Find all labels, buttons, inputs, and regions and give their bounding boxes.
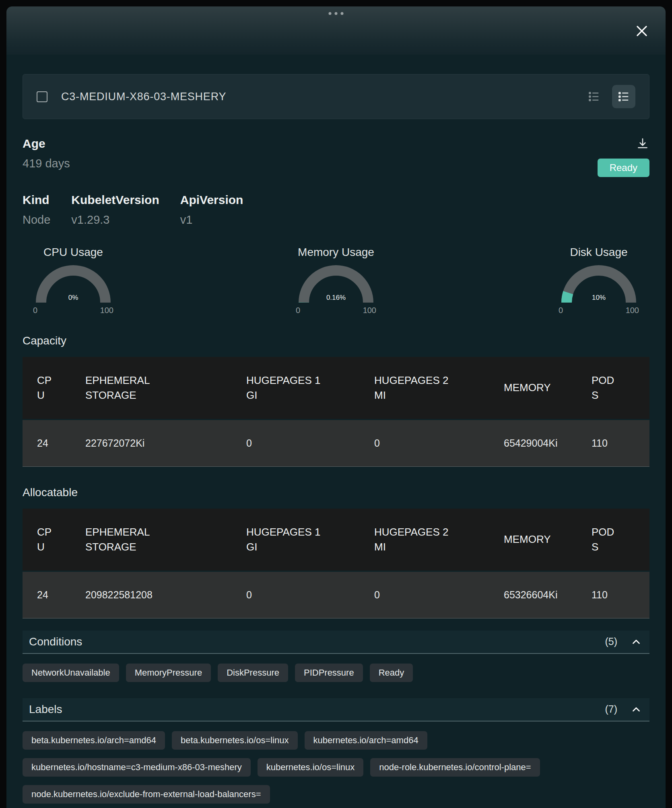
more-options-icon[interactable] — [329, 12, 344, 15]
col-cpu: CPU — [23, 509, 71, 571]
label-chip: node.kubernetes.io/exclude-from-external… — [23, 785, 270, 804]
api-version-value: v1 — [180, 213, 243, 227]
gauge-min: 0 — [296, 306, 300, 315]
col-hugepages-2mi: HUGEPAGES 2 MI — [360, 509, 489, 571]
col-memory: MEMORY — [489, 357, 577, 419]
condition-chip: PIDPressure — [295, 664, 363, 682]
gauge-min: 0 — [33, 306, 37, 315]
allocatable-header-row: CPU EPHEMERAL STORAGE HUGEPAGES 1 GI HUG… — [23, 509, 649, 571]
allocatable-hugepages-2mi: 0 — [360, 571, 489, 618]
modal-topbar — [6, 6, 666, 55]
disk-usage-gauge: Disk Usage 10% 0 100 — [552, 246, 645, 315]
kind-label: Kind — [23, 193, 50, 207]
conditions-count: (5) — [605, 636, 617, 647]
kind-value: Node — [23, 213, 50, 227]
gauge-title: CPU Usage — [43, 246, 103, 259]
col-pods: PODS — [577, 509, 649, 571]
chevron-up-icon[interactable] — [629, 635, 643, 649]
usage-gauges: CPU Usage 0% 0 100 Memory Usage — [23, 246, 649, 315]
labels-title: Labels — [29, 703, 605, 716]
kubelet-block: KubeletVersion v1.29.3 — [71, 193, 159, 227]
condition-chip: DiskPressure — [218, 664, 288, 682]
allocatable-hugepages-1gi: 0 — [232, 571, 360, 618]
table-row: 24 227672072Ki 0 0 65429004Ki 110 — [23, 419, 649, 466]
node-name: C3-MEDIUM-X86-03-MESHERY — [61, 91, 582, 103]
kind-row: Kind Node KubeletVersion v1.29.3 ApiVers… — [23, 193, 649, 227]
age-status-row: Age 419 days Ready — [23, 137, 649, 177]
view-toggle — [582, 85, 635, 108]
label-chip: kubernetes.io/os=linux — [258, 758, 364, 777]
gauge-value: 0.16% — [326, 294, 346, 302]
compact-view-icon[interactable] — [582, 85, 606, 108]
allocatable-table: CPU EPHEMERAL STORAGE HUGEPAGES 1 GI HUG… — [23, 509, 649, 618]
age-right-block: Ready — [598, 137, 649, 177]
col-hugepages-1gi: HUGEPAGES 1 GI — [232, 509, 360, 571]
gauge-min: 0 — [559, 306, 563, 315]
conditions-chips: NetworkUnavailable MemoryPressure DiskPr… — [23, 664, 649, 682]
label-chip: kubernetes.io/hostname=c3-medium-x86-03-… — [23, 758, 251, 777]
age-value: 419 days — [23, 157, 70, 170]
status-badge: Ready — [598, 159, 649, 177]
node-details-modal: C3-MEDIUM-X86-03-MESHERY — [6, 6, 666, 808]
age-block: Age 419 days — [23, 137, 70, 170]
allocatable-memory: 65326604Ki — [489, 571, 577, 618]
age-label: Age — [23, 137, 70, 150]
allocatable-cpu: 24 — [23, 571, 71, 618]
memory-usage-gauge: Memory Usage 0.16% 0 100 — [289, 246, 383, 315]
conditions-header[interactable]: Conditions (5) — [23, 631, 649, 654]
condition-chip: MemoryPressure — [126, 664, 211, 682]
labels-header[interactable]: Labels (7) — [23, 698, 649, 721]
capacity-hugepages-2mi: 0 — [360, 419, 489, 466]
gauge-max: 100 — [363, 306, 376, 315]
labels-count: (7) — [605, 703, 617, 715]
col-pods: PODS — [577, 357, 649, 419]
capacity-ephemeral-storage: 227672072Ki — [71, 419, 232, 466]
label-chip: kubernetes.io/arch=amd64 — [305, 731, 427, 750]
condition-chip: NetworkUnavailable — [23, 664, 119, 682]
gauge-max: 100 — [626, 306, 639, 315]
capacity-memory: 65429004Ki — [489, 419, 577, 466]
gauge-title: Disk Usage — [570, 246, 627, 259]
cpu-usage-gauge: CPU Usage 0% 0 100 — [27, 246, 120, 315]
capacity-cpu: 24 — [23, 419, 71, 466]
capacity-hugepages-1gi: 0 — [232, 419, 360, 466]
capacity-pods: 110 — [577, 419, 649, 466]
download-icon[interactable] — [636, 137, 649, 150]
col-hugepages-1gi: HUGEPAGES 1 GI — [232, 357, 360, 419]
label-chip: node-role.kubernetes.io/control-plane= — [370, 758, 540, 777]
kind-block: Kind Node — [23, 193, 50, 227]
chevron-up-icon[interactable] — [629, 703, 643, 716]
allocatable-pods: 110 — [577, 571, 649, 618]
label-chip: beta.kubernetes.io/os=linux — [172, 731, 297, 750]
col-cpu: CPU — [23, 357, 71, 419]
gauge-max: 100 — [100, 306, 113, 315]
kubelet-version-value: v1.29.3 — [71, 213, 159, 227]
node-select-checkbox[interactable] — [37, 91, 47, 102]
table-row: 24 209822581208 0 0 65326604Ki 110 — [23, 571, 649, 618]
allocatable-ephemeral-storage: 209822581208 — [71, 571, 232, 618]
condition-chip: Ready — [370, 664, 413, 682]
gauge-title: Memory Usage — [298, 246, 374, 259]
col-ephemeral-storage: EPHEMERAL STORAGE — [71, 357, 232, 419]
gauge-value: 10% — [592, 294, 606, 302]
node-header-card: C3-MEDIUM-X86-03-MESHERY — [23, 74, 649, 119]
gauge-value: 0% — [68, 294, 78, 302]
capacity-title: Capacity — [23, 334, 649, 347]
capacity-table: CPU EPHEMERAL STORAGE HUGEPAGES 1 GI HUG… — [23, 357, 649, 467]
modal-content: C3-MEDIUM-X86-03-MESHERY — [6, 74, 666, 804]
kubelet-version-label: KubeletVersion — [71, 193, 159, 207]
api-block: ApiVersion v1 — [180, 193, 243, 227]
col-ephemeral-storage: EPHEMERAL STORAGE — [71, 509, 232, 571]
col-hugepages-2mi: HUGEPAGES 2 MI — [360, 357, 489, 419]
list-view-icon[interactable] — [612, 85, 635, 108]
col-memory: MEMORY — [489, 509, 577, 571]
close-icon[interactable] — [634, 23, 649, 39]
labels-chips: beta.kubernetes.io/arch=amd64 beta.kuber… — [23, 731, 649, 804]
capacity-header-row: CPU EPHEMERAL STORAGE HUGEPAGES 1 GI HUG… — [23, 357, 649, 419]
conditions-title: Conditions — [29, 635, 605, 648]
allocatable-title: Allocatable — [23, 486, 649, 499]
api-version-label: ApiVersion — [180, 193, 243, 207]
label-chip: beta.kubernetes.io/arch=amd64 — [23, 731, 165, 750]
